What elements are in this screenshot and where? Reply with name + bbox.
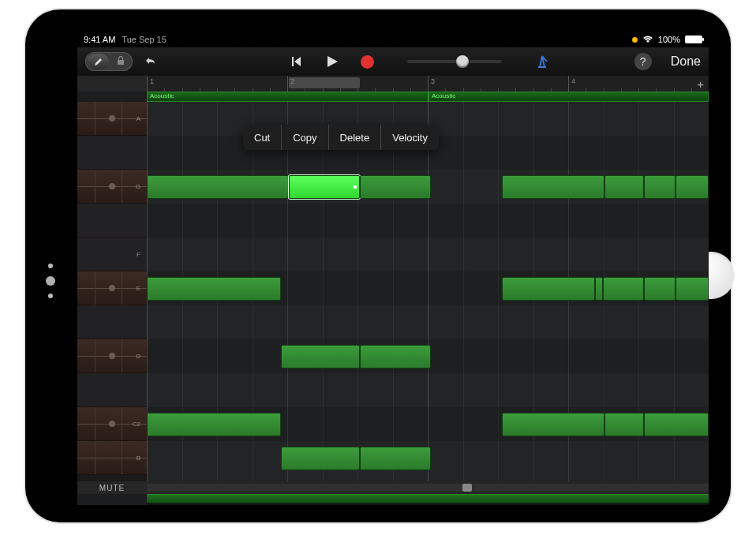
string-label: B: [137, 455, 140, 462]
string-label: C2: [133, 421, 140, 428]
context-menu: Cut Copy Delete Velocity: [243, 125, 439, 150]
app-screen: 9:41 AM Tue Sep 15 100%: [77, 32, 709, 505]
edit-mode-knob: [87, 54, 109, 69]
midi-note[interactable]: [502, 277, 595, 301]
rewind-button[interactable]: [287, 51, 308, 72]
midi-note[interactable]: [147, 175, 289, 199]
fret-dot-icon: [109, 353, 115, 359]
help-button[interactable]: ?: [634, 53, 652, 70]
midi-note[interactable]: [281, 345, 360, 369]
metronome-icon: [535, 54, 549, 69]
clock-label: 9:41 AM: [84, 35, 115, 44]
add-section-button[interactable]: +: [697, 77, 704, 91]
midi-note[interactable]: [604, 413, 644, 436]
string-row[interactable]: F: [77, 238, 147, 271]
lock-icon: [117, 56, 125, 65]
record-icon: [361, 55, 374, 69]
midi-note[interactable]: [604, 175, 644, 199]
midi-note[interactable]: [603, 277, 644, 301]
midi-note[interactable]: [676, 175, 709, 199]
horizontal-scrollbar[interactable]: [147, 484, 709, 492]
midi-note[interactable]: [360, 345, 431, 369]
ruler-bar-marker: 2: [287, 76, 294, 92]
edit-lock-toggle[interactable]: [85, 52, 133, 71]
string-sidebar: AGFEDC2B: [77, 102, 147, 481]
region-header-row: Acoustic Acoustic: [147, 92, 709, 102]
bottom-bar: MUTE: [77, 481, 709, 494]
string-row[interactable]: G: [77, 170, 147, 204]
battery-icon: [685, 36, 702, 43]
play-icon: [327, 55, 339, 68]
fret-dot-icon: [109, 421, 115, 427]
string-label: F: [137, 251, 140, 258]
volume-thumb[interactable]: [456, 55, 469, 68]
ruler-gutter: [77, 76, 147, 92]
string-row[interactable]: [77, 204, 147, 238]
midi-note[interactable]: [595, 277, 603, 301]
string-row[interactable]: E: [77, 271, 147, 305]
fret-dot-icon: [109, 285, 115, 291]
help-icon: ?: [640, 55, 646, 68]
string-row[interactable]: B: [77, 441, 147, 475]
midi-note[interactable]: [676, 277, 709, 301]
midi-note[interactable]: [360, 447, 431, 470]
done-label: Done: [671, 54, 701, 68]
ctx-velocity[interactable]: Velocity: [381, 125, 439, 150]
skip-back-icon: [290, 56, 305, 67]
string-row[interactable]: A: [77, 102, 147, 136]
string-row[interactable]: C2: [77, 407, 147, 441]
metronome-button[interactable]: [532, 51, 552, 72]
string-label: A: [137, 115, 140, 122]
midi-note[interactable]: [502, 175, 604, 199]
string-label: E: [137, 285, 140, 292]
midi-note[interactable]: [502, 413, 604, 436]
midi-note[interactable]: [147, 277, 281, 301]
mute-button[interactable]: MUTE: [77, 484, 147, 492]
midi-note[interactable]: [644, 413, 709, 436]
string-label: D: [136, 353, 140, 360]
undo-button[interactable]: [140, 51, 161, 72]
done-button[interactable]: Done: [671, 54, 701, 69]
date-label: Tue Sep 15: [122, 35, 166, 44]
midi-note[interactable]: [360, 175, 431, 199]
volume-slider[interactable]: [407, 60, 502, 63]
play-button[interactable]: [322, 51, 342, 72]
location-indicator-icon: [632, 37, 638, 43]
string-row[interactable]: [77, 136, 147, 170]
toolbar: ? Done: [77, 47, 709, 76]
battery-percent-label: 100%: [658, 35, 680, 44]
midi-region-b[interactable]: Acoustic: [429, 92, 709, 102]
minimap-region[interactable]: [147, 494, 709, 503]
region-label: Acoustic: [150, 92, 174, 99]
fret-dot-icon: [109, 183, 115, 189]
record-button[interactable]: [357, 51, 377, 72]
ruler-bar-marker: 1: [147, 76, 154, 92]
ruler-bar-marker: 3: [428, 76, 435, 92]
midi-note[interactable]: [644, 175, 676, 199]
scrollbar-thumb[interactable]: [462, 484, 472, 492]
piano-roll-grid[interactable]: [147, 102, 709, 481]
status-bar: 9:41 AM Tue Sep 15 100%: [77, 32, 709, 47]
midi-note[interactable]: [644, 277, 676, 301]
region-label: Acoustic: [432, 92, 455, 99]
string-row[interactable]: [77, 305, 147, 339]
time-ruler[interactable]: + 1234: [147, 76, 709, 92]
ctx-delete[interactable]: Delete: [329, 125, 382, 150]
midi-region-a[interactable]: Acoustic: [147, 92, 429, 102]
string-label: G: [136, 183, 140, 190]
midi-note-selected[interactable]: [289, 175, 360, 199]
midi-note[interactable]: [281, 447, 360, 470]
wifi-icon: [642, 36, 653, 43]
fret-dot-icon: [109, 115, 115, 122]
ctx-copy[interactable]: Copy: [282, 125, 328, 150]
mute-label: MUTE: [99, 484, 125, 492]
ruler-bar-marker: 4: [568, 76, 575, 92]
loop-region[interactable]: [289, 77, 360, 88]
string-row[interactable]: D: [77, 339, 147, 373]
string-row[interactable]: [77, 373, 147, 407]
pencil-icon: [93, 57, 103, 67]
midi-note[interactable]: [147, 413, 281, 436]
ctx-cut[interactable]: Cut: [243, 125, 282, 150]
undo-icon: [143, 55, 159, 68]
